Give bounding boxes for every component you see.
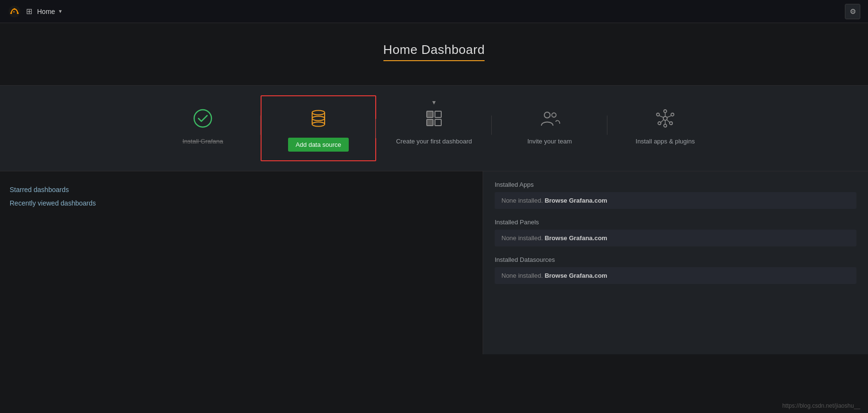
page-title: Home Dashboard [383, 42, 485, 61]
installed-datasources-none-text: None installed. [501, 272, 543, 279]
page-title-wrap: Home Dashboard [383, 42, 485, 61]
top-navigation: ⊞ Home ▼ ⚙ [0, 0, 868, 23]
step-icon-wrap-2 [305, 105, 332, 132]
home-label: Home [37, 8, 55, 15]
main-content: Home Dashboard Install Grafana [0, 23, 868, 354]
apps-plugins-icon [654, 107, 676, 129]
step-icon-wrap-3 [421, 105, 447, 132]
step-icon-wrap-1 [189, 105, 216, 132]
svg-point-25 [657, 113, 659, 116]
installed-panels-section: Installed Panels None installed. Browse … [495, 219, 856, 246]
svg-point-12 [544, 112, 550, 118]
installed-panels-none-text: None installed. [501, 234, 543, 242]
step-invite-team: Invite your team [492, 95, 607, 155]
home-menu-button[interactable]: Home ▼ [37, 8, 63, 15]
svg-rect-11 [435, 119, 441, 126]
installed-apps-browse-link[interactable]: Browse Grafana.com [545, 197, 607, 204]
svg-point-21 [664, 124, 667, 127]
svg-point-0 [9, 5, 21, 17]
installed-apps-none-text: None installed. [501, 197, 543, 204]
step-label-install-grafana: Install Grafana [183, 138, 224, 145]
step-label-create-dashboard: Create your first dashboard [396, 138, 472, 145]
installed-datasources-section: Installed Datasources None installed. Br… [495, 256, 856, 284]
step-icon-wrap-4 [536, 105, 563, 132]
svg-point-4 [194, 110, 211, 127]
svg-rect-8 [427, 111, 433, 117]
svg-point-17 [671, 113, 674, 116]
installed-apps-row: None installed. Browse Grafana.com [495, 192, 856, 209]
svg-point-2 [10, 12, 12, 14]
installed-panels-row: None installed. Browse Grafana.com [495, 230, 856, 246]
svg-rect-9 [435, 111, 441, 117]
svg-point-15 [664, 110, 667, 113]
svg-rect-10 [427, 119, 433, 126]
svg-point-6 [312, 116, 325, 121]
footer-url: https://blog.csdn.net/jiaoshu__ [782, 402, 860, 409]
installed-apps-title: Installed Apps [495, 181, 856, 188]
step-install-grafana: Install Grafana [145, 95, 261, 155]
svg-point-7 [312, 122, 325, 127]
grafana-logo-icon [8, 5, 21, 18]
svg-line-18 [667, 116, 671, 117]
left-panel: Starred dashboards Recently viewed dashb… [0, 171, 483, 354]
svg-point-23 [658, 122, 661, 125]
step-add-data-source: Add data source [261, 95, 376, 161]
right-panel: Installed Apps None installed. Browse Gr… [483, 171, 868, 354]
svg-point-19 [670, 122, 672, 125]
svg-point-1 [13, 8, 15, 10]
installed-panels-browse-link[interactable]: Browse Grafana.com [545, 234, 607, 242]
svg-line-26 [659, 116, 664, 117]
installed-datasources-row: None installed. Browse Grafana.com [495, 267, 856, 284]
add-data-source-button[interactable]: Add data source [288, 138, 349, 152]
svg-line-24 [661, 120, 664, 122]
svg-point-13 [552, 113, 556, 117]
grid-icon: ⊞ [26, 7, 32, 16]
step-label-invite-team: Invite your team [527, 138, 572, 145]
step-install-apps: Install apps & plugins [607, 95, 723, 155]
nav-right: ⚙ [845, 4, 860, 19]
bottom-section: Starred dashboards Recently viewed dashb… [0, 171, 868, 354]
step-create-dashboard: ▼ Create your first dashboard [376, 95, 492, 155]
home-menu-chevron-icon: ▼ [58, 9, 63, 14]
installed-panels-title: Installed Panels [495, 219, 856, 226]
check-circle-icon [193, 108, 213, 129]
svg-line-20 [667, 120, 670, 122]
steps-row: Install Grafana Add data source [0, 85, 868, 171]
step-dropdown-chevron-icon: ▼ [431, 99, 437, 106]
team-icon [539, 107, 561, 129]
svg-point-14 [663, 116, 667, 120]
installed-datasources-browse-link[interactable]: Browse Grafana.com [545, 272, 607, 279]
installed-apps-section: Installed Apps None installed. Browse Gr… [495, 181, 856, 209]
installed-datasources-title: Installed Datasources [495, 256, 856, 263]
starred-dashboards-link[interactable]: Starred dashboards [10, 186, 473, 194]
nav-left: ⊞ Home ▼ [8, 5, 63, 18]
settings-button[interactable]: ⚙ [845, 4, 860, 19]
svg-point-5 [312, 111, 325, 115]
step-icon-wrap-5 [652, 105, 679, 132]
database-icon [307, 107, 329, 129]
dashboard-grid-icon [423, 107, 445, 129]
recently-viewed-link[interactable]: Recently viewed dashboards [10, 199, 473, 207]
svg-point-3 [17, 12, 19, 14]
step-label-install-apps: Install apps & plugins [636, 138, 695, 145]
